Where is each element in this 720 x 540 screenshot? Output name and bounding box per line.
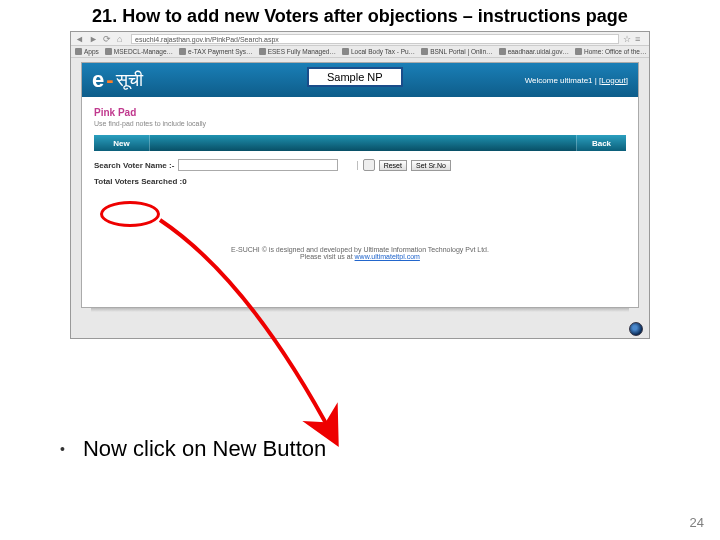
total-searched: Total Voters Searched :0 — [94, 177, 626, 186]
bookmark-icon — [421, 48, 428, 55]
divider: | — [356, 160, 358, 170]
app-shell: e-सूची Sample NP Welcome ultimate1 | [Lo… — [81, 62, 639, 308]
tray-globe-icon[interactable] — [629, 322, 643, 336]
bookmark-label: Apps — [84, 48, 99, 55]
total-searched-value: 0 — [182, 177, 186, 186]
reload-icon[interactable]: ⟳ — [103, 34, 113, 44]
bookmark-label: eaadhaar.uidai.gov… — [508, 48, 569, 55]
search-row: Search Voter Name :- | Reset Set Sr.No — [94, 159, 626, 171]
address-bar[interactable]: esuchi4.rajasthan.gov.in/PinkPad/Search.… — [131, 34, 619, 44]
back-button[interactable]: Back — [576, 135, 626, 151]
page-viewport: e-सूची Sample NP Welcome ultimate1 | [Lo… — [71, 58, 649, 320]
forward-arrow-icon[interactable]: ► — [89, 34, 99, 44]
total-searched-label: Total Voters Searched : — [94, 177, 182, 186]
bookmark-item[interactable]: Apps — [75, 48, 99, 55]
bookmark-label: Home: Office of the… — [584, 48, 646, 55]
reset-button[interactable]: Reset — [379, 160, 407, 171]
logout-link[interactable]: Logout — [601, 76, 625, 85]
footer-line2-pre: Please visit us at — [300, 253, 354, 260]
new-button[interactable]: New — [94, 135, 150, 151]
page-body: Pink Pad Use find-pad notes to include l… — [82, 97, 638, 307]
welcome-text: Welcome ultimate1 | [Logout] — [525, 76, 628, 85]
bookmarks-bar: Apps MSEDCL-Manage… e-TAX Payment Sys… E… — [71, 46, 649, 58]
welcome-label: Welcome ultimate1 | [ — [525, 76, 602, 85]
page-number: 24 — [690, 515, 704, 530]
bookmark-icon — [179, 48, 186, 55]
menu-icon[interactable]: ≡ — [635, 34, 645, 44]
logo-hindi: सूची — [116, 70, 143, 91]
bookmark-item[interactable]: MSEDCL-Manage… — [105, 48, 173, 55]
bookmark-item[interactable]: eaadhaar.uidai.gov… — [499, 48, 569, 55]
slide-title: 21. How to add new Voters after objectio… — [0, 0, 720, 31]
search-label: Search Voter Name :- — [94, 161, 174, 170]
logo-dash: - — [106, 67, 113, 93]
page-subheading: Use find-pad notes to include locally — [94, 120, 626, 127]
bookmark-item[interactable]: BSNL Portal | Onlin… — [421, 48, 493, 55]
action-bar: New Back — [94, 135, 626, 151]
back-arrow-icon[interactable]: ◄ — [75, 34, 85, 44]
action-bar-fill — [150, 135, 576, 151]
footer-line1: E-SUCHI © is designed and developed by U… — [94, 246, 626, 253]
bookmark-item[interactable]: e-TAX Payment Sys… — [179, 48, 253, 55]
bookmark-icon — [259, 48, 266, 55]
instruction-text: Now click on New Button — [83, 436, 326, 462]
sample-np-callout: Sample NP — [307, 67, 403, 87]
home-icon[interactable]: ⌂ — [117, 34, 127, 44]
instruction-bullet: • Now click on New Button — [60, 436, 326, 462]
footer-text: E-SUCHI © is designed and developed by U… — [94, 246, 626, 260]
logo-e: e — [92, 67, 104, 93]
app-logo: e-सूची — [92, 67, 143, 93]
shadow-divider — [91, 308, 629, 312]
app-header: e-सूची Sample NP Welcome ultimate1 | [Lo… — [82, 63, 638, 97]
page-heading: Pink Pad — [94, 107, 626, 118]
bookmark-icon — [499, 48, 506, 55]
search-input[interactable] — [178, 159, 338, 171]
browser-toolbar: ◄ ► ⟳ ⌂ esuchi4.rajasthan.gov.in/PinkPad… — [71, 32, 649, 46]
bookmark-item[interactable]: Local Body Tax - Pu… — [342, 48, 415, 55]
welcome-close: ] — [626, 76, 628, 85]
bookmark-item[interactable]: ESES Fully Managed… — [259, 48, 336, 55]
bookmark-icon — [105, 48, 112, 55]
bookmark-label: Local Body Tax - Pu… — [351, 48, 415, 55]
bookmark-icon — [575, 48, 582, 55]
bookmark-label: BSNL Portal | Onlin… — [430, 48, 493, 55]
set-srno-button[interactable]: Set Sr.No — [411, 160, 451, 171]
bookmark-item[interactable]: Home: Office of the… — [575, 48, 646, 55]
bookmark-label: MSEDCL-Manage… — [114, 48, 173, 55]
taskbar-strip — [71, 320, 649, 338]
bookmark-icon — [342, 48, 349, 55]
bookmark-icon — [75, 48, 82, 55]
bookmark-label: ESES Fully Managed… — [268, 48, 336, 55]
bullet-marker: • — [60, 441, 65, 457]
bookmark-star-icon[interactable]: ☆ — [623, 34, 631, 44]
bookmark-label: e-TAX Payment Sys… — [188, 48, 253, 55]
embedded-screenshot: ◄ ► ⟳ ⌂ esuchi4.rajasthan.gov.in/PinkPad… — [70, 31, 650, 339]
search-icon[interactable] — [363, 159, 375, 171]
footer-link[interactable]: www.ultimateitpl.com — [355, 253, 420, 260]
